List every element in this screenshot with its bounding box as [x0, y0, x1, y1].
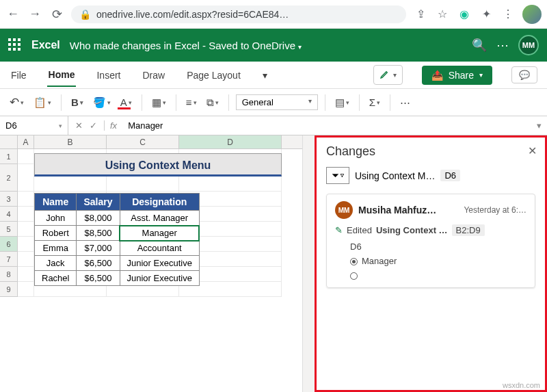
change-card[interactable]: MM Musiha Mahfuz… Yesterday at 6:… ✎ Edi…	[326, 194, 535, 288]
ribbon-toolbar: ↶▾ 📋▾ B▾ 🪣▾ A▾ ▦▾ ≡▾ ⧉▾ General▾ ▤▾ Σ▾ ⋯	[0, 89, 547, 116]
pencil-icon: ✎	[335, 225, 343, 235]
filter-button[interactable]: ⏷▽	[326, 167, 349, 184]
change-new-value: Manager	[362, 256, 397, 266]
merge-button[interactable]: ⧉▾	[204, 95, 222, 110]
enter-fx-icon[interactable]: ✓	[90, 120, 97, 131]
vertical-scrollbar[interactable]	[302, 135, 315, 392]
th-salary[interactable]: Salary	[77, 194, 120, 211]
table-title: Using Context Menu	[34, 153, 282, 177]
more-icon[interactable]: ⋯	[496, 38, 509, 53]
table-row: Rachel$6,500Junior Executive	[35, 271, 200, 286]
app-launcher-icon[interactable]	[8, 38, 22, 52]
col-header[interactable]: B	[34, 135, 107, 148]
formula-bar: D6▾ ✕ ✓ fx Manager ▾	[0, 116, 547, 135]
watermark: wsxdn.com	[503, 381, 540, 389]
filter-sheet-label: Using Context M…	[355, 170, 435, 181]
star-icon[interactable]: ☆	[435, 8, 450, 21]
row-header[interactable]: 7	[0, 252, 18, 267]
close-icon[interactable]: ✕	[528, 144, 537, 157]
font-color-button[interactable]: A▾	[118, 95, 135, 109]
user-badge: MM	[335, 201, 353, 219]
table-row: Jack$6,500Junior Executive	[35, 256, 200, 271]
editing-dropdown[interactable]: ⋯	[397, 95, 413, 110]
app-name: Excel	[31, 39, 60, 51]
tab-draw[interactable]: Draw	[141, 64, 166, 86]
align-button[interactable]: ≡▾	[183, 95, 200, 109]
borders-button[interactable]: ▦▾	[149, 95, 169, 110]
tab-more[interactable]: ▾	[261, 64, 269, 86]
pen-icon	[379, 68, 390, 81]
browser-avatar[interactable]	[522, 5, 542, 24]
th-designation[interactable]: Designation	[120, 194, 199, 211]
row-header[interactable]: 6	[0, 237, 18, 252]
row-header[interactable]: 3	[0, 192, 18, 207]
row-header[interactable]: 4	[0, 207, 18, 222]
name-box[interactable]: D6▾	[0, 116, 68, 135]
reload-icon[interactable]: ⟳	[49, 7, 64, 22]
number-format-select[interactable]: General▾	[236, 94, 318, 110]
paste-button[interactable]: 📋▾	[31, 95, 54, 110]
change-range-chip: B2:D9	[452, 224, 485, 236]
table-row: John$8,000Asst. Manager	[35, 211, 200, 226]
change-sheet: Using Context …	[376, 225, 448, 235]
back-icon[interactable]: ←	[5, 7, 21, 21]
url-text: onedrive.live.com/edit.aspx?resid=6CAE84…	[96, 9, 289, 20]
spreadsheet-grid[interactable]: A B C D 1 2 3 4 5 6 7 8 9 Using Context …	[0, 135, 302, 392]
change-cell-ref: D6	[350, 241, 526, 252]
col-header[interactable]: D	[179, 135, 282, 148]
fx-label: fx	[104, 120, 122, 131]
row-header[interactable]: 5	[0, 222, 18, 237]
user-avatar[interactable]: MM	[518, 35, 539, 55]
filter-cell-chip: D6	[440, 170, 460, 181]
change-time: Yesterday at 6:…	[464, 205, 526, 215]
grammarly-icon[interactable]: ◉	[457, 8, 472, 21]
tab-insert[interactable]: Insert	[95, 64, 122, 86]
tab-file[interactable]: File	[10, 64, 28, 86]
lock-icon: 🔒	[79, 9, 91, 20]
change-user: Musiha Mahfuz…	[358, 205, 458, 215]
data-table: Name Salary Designation John$8,000Asst. …	[34, 193, 200, 286]
col-header[interactable]: C	[107, 135, 179, 148]
change-action: Edited	[347, 225, 372, 235]
comments-button[interactable]: 💬	[511, 66, 537, 83]
formula-input[interactable]: Manager	[122, 120, 531, 131]
app-title-bar: Excel Who made changes in Excel - Saved …	[0, 29, 547, 62]
changes-title: Changes	[326, 144, 535, 159]
fill-color-button[interactable]: 🪣▾	[90, 95, 114, 110]
th-name[interactable]: Name	[35, 194, 77, 211]
search-icon[interactable]: 🔍	[472, 38, 487, 53]
menu-icon[interactable]: ⋮	[501, 8, 516, 21]
table-row: Robert$8,500Manager	[35, 226, 200, 241]
row-header[interactable]: 9	[0, 282, 18, 297]
share-browser-icon[interactable]: ⇪	[413, 8, 428, 21]
row-header[interactable]: 8	[0, 267, 18, 282]
expand-fx-icon[interactable]: ▾	[531, 120, 547, 131]
browser-toolbar: ← → ⟳ 🔒 onedrive.live.com/edit.aspx?resi…	[0, 0, 547, 29]
forward-icon[interactable]: →	[27, 7, 42, 21]
bold-button[interactable]: B▾	[68, 95, 86, 109]
undo-button[interactable]: ↶▾	[7, 94, 27, 111]
table-row: Emma$7,000Accountant	[35, 241, 200, 256]
funnel-icon: ⏷▽	[331, 170, 345, 181]
tab-home[interactable]: Home	[47, 64, 77, 87]
ribbon-tabs: File Home Insert Draw Page Layout ▾ ▾ 📤 …	[0, 62, 547, 89]
autosum-button[interactable]: Σ▾	[366, 95, 383, 109]
doc-title[interactable]: Who made changes in Excel - Saved to One…	[70, 40, 302, 51]
extensions-icon[interactable]: ✦	[479, 8, 494, 21]
address-bar[interactable]: 🔒 onedrive.live.com/edit.aspx?resid=6CAE…	[71, 5, 406, 23]
comment-icon: 💬	[519, 70, 530, 80]
changes-panel: Changes ✕ ⏷▽ Using Context M… D6 MM Musi…	[315, 135, 547, 392]
share-icon: 📤	[431, 70, 443, 81]
cancel-fx-icon[interactable]: ✕	[75, 120, 83, 131]
editing-mode-button[interactable]: ▾	[373, 65, 403, 85]
tab-page-layout[interactable]: Page Layout	[185, 64, 242, 86]
col-header[interactable]: A	[18, 135, 34, 148]
conditional-format-button[interactable]: ▤▾	[332, 95, 352, 110]
row-header[interactable]: 1	[0, 149, 18, 164]
selected-cell[interactable]: Manager	[120, 226, 199, 241]
radio-old-icon	[350, 272, 358, 280]
share-button[interactable]: 📤 Share ▾	[422, 66, 492, 85]
radio-new-icon	[350, 258, 358, 265]
row-header[interactable]: 2	[0, 164, 18, 192]
select-all-corner[interactable]	[0, 135, 18, 148]
